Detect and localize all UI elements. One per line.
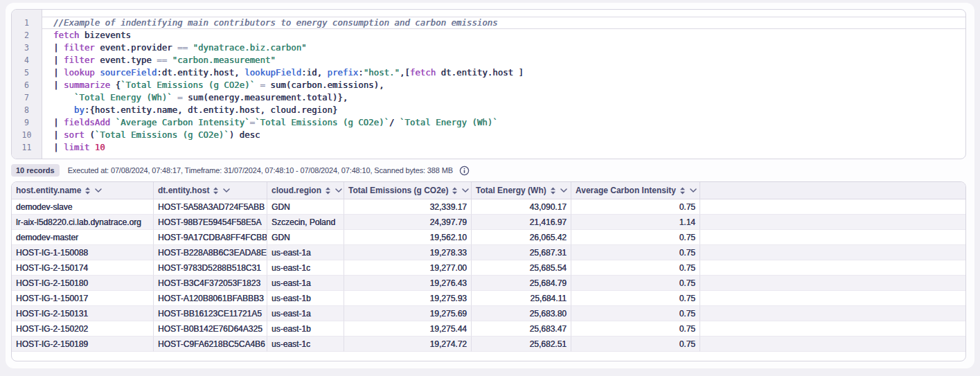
table-cell[interactable]: 25,683.80 <box>472 306 571 321</box>
table-cell[interactable]: 0.75 <box>571 230 700 245</box>
chevron-down-icon[interactable] <box>462 188 469 193</box>
table-cell[interactable]: us-east-1b <box>267 291 344 306</box>
table-cell[interactable]: 19,276.43 <box>344 276 472 291</box>
table-cell[interactable]: 19,275.44 <box>344 321 472 337</box>
table-cell[interactable]: lr-aix-l5d8220.ci.lab.dynatrace.org <box>12 215 154 230</box>
code-line[interactable]: | summarize {`Total Emissions (g CO2e)` … <box>42 79 965 91</box>
code-token-string: `Total Energy (Wh)` <box>74 92 172 102</box>
table-cell[interactable]: HOST-IG-2-150202 <box>12 321 154 337</box>
code-line[interactable]: | fieldsAdd `Average Carbon Intensity`=`… <box>42 116 965 129</box>
table-cell[interactable]: HOST-IG-1-150017 <box>12 291 154 306</box>
dql-query-editor[interactable]: 1234567891011 //Example of indentifying … <box>11 9 966 159</box>
table-cell[interactable]: 32,339.17 <box>344 199 472 215</box>
table-cell[interactable]: 25,684.11 <box>472 291 571 306</box>
table-cell[interactable]: 19,277.00 <box>344 260 472 276</box>
chevron-down-icon[interactable] <box>335 188 342 193</box>
code-line[interactable]: fetch bizevents <box>42 29 965 42</box>
table-cell[interactable]: HOST-BB16123CE11721A5 <box>154 306 267 321</box>
table-cell[interactable]: 25,683.47 <box>472 321 571 337</box>
table-cell[interactable]: us-east-1b <box>267 321 344 337</box>
sort-icon[interactable] <box>84 187 91 195</box>
table-cell[interactable]: HOST-IG-1-150088 <box>12 245 154 260</box>
table-cell[interactable]: GDN <box>267 199 344 215</box>
column-header-total-emissions-g-co2e[interactable]: Total Emissions (g CO2e) <box>344 182 472 199</box>
chevron-down-icon[interactable] <box>690 188 697 193</box>
table-cell[interactable]: us-east-1a <box>267 306 344 321</box>
info-icon[interactable] <box>459 165 470 176</box>
table-cell[interactable]: 24,397.79 <box>344 215 472 230</box>
code-token-keyword: summarize <box>64 80 110 90</box>
column-header-cloud-region[interactable]: cloud.region <box>267 182 344 199</box>
column-header-host-entity-name[interactable]: host.entity.name <box>12 182 154 199</box>
code-line[interactable]: | lookup sourceField:dt.entity.host, loo… <box>42 66 965 79</box>
table-cell[interactable]: GDN <box>267 230 344 245</box>
table-cell[interactable]: 0.75 <box>571 276 700 291</box>
chevron-down-icon[interactable] <box>95 188 102 193</box>
table-cell[interactable]: 19,275.69 <box>344 306 472 321</box>
column-header-total-energy-wh[interactable]: Total Energy (Wh) <box>472 182 571 199</box>
table-cell[interactable]: 19,278.33 <box>344 245 472 260</box>
code-line[interactable]: by:{host.entity.name, dt.entity.host, cl… <box>42 104 965 116</box>
sort-icon[interactable] <box>679 187 686 195</box>
table-cell[interactable]: 0.75 <box>571 291 700 306</box>
table-cell[interactable]: 19,274.72 <box>344 337 472 352</box>
table-cell[interactable]: HOST-IG-2-150174 <box>12 260 154 276</box>
table-cell[interactable]: us-east-1a <box>267 276 344 291</box>
code-token-keyword: fetch <box>410 67 436 78</box>
table-cell[interactable]: 25,682.51 <box>472 337 571 352</box>
editor-code-area[interactable]: //Example of indentifying main contribut… <box>42 10 965 159</box>
table-cell[interactable]: 0.75 <box>571 337 700 352</box>
sort-icon[interactable] <box>452 187 458 195</box>
table-cell-filler <box>700 306 965 321</box>
table-cell[interactable]: HOST-9A17CDBA8FF4FCBB <box>154 230 267 245</box>
code-line[interactable]: | filter event.type == "carbon.measureme… <box>42 54 965 66</box>
table-cell[interactable]: 0.75 <box>571 306 700 321</box>
table-cell[interactable]: 0.75 <box>571 260 700 276</box>
table-cell[interactable]: 0.75 <box>571 199 700 215</box>
table-cell[interactable]: HOST-9783D5288B518C31 <box>154 260 267 276</box>
table-cell[interactable]: 1.14 <box>571 215 700 230</box>
table-cell[interactable]: us-east-1a <box>267 245 344 260</box>
table-cell[interactable]: HOST-IG-2-150131 <box>12 306 154 321</box>
code-token-plain: :id, <box>301 67 327 78</box>
table-cell[interactable]: 0.75 <box>571 321 700 337</box>
code-line[interactable]: | filter event.provider == "dynatrace.bi… <box>42 42 965 54</box>
table-cell[interactable]: HOST-C9FA6218BC5CA4B6 <box>154 337 267 352</box>
table-cell[interactable]: HOST-B3C4F372053F1823 <box>154 276 267 291</box>
table-cell[interactable]: HOST-IG-2-150180 <box>12 276 154 291</box>
table-cell[interactable]: 19,275.93 <box>344 291 472 306</box>
sort-icon[interactable] <box>325 187 331 195</box>
table-cell[interactable]: HOST-5A58A3AD724F5ABB <box>154 199 267 215</box>
table-cell[interactable]: 25,684.79 <box>472 276 571 291</box>
query-status-bar: 10 records Executed at: 07/08/2024, 07:4… <box>11 163 966 178</box>
table-cell[interactable]: HOST-A120B8061BFABBB3 <box>154 291 267 306</box>
table-cell[interactable]: 21,416.97 <box>472 215 571 230</box>
chevron-down-icon[interactable] <box>560 188 567 193</box>
table-cell[interactable]: us-east-1c <box>267 260 344 276</box>
sort-icon[interactable] <box>550 187 556 195</box>
sort-icon[interactable] <box>213 187 219 195</box>
table-cell[interactable]: HOST-98B7E59454F58E5A <box>154 215 267 230</box>
table-cell[interactable]: HOST-B228A8B6C3EADA8E <box>154 245 267 260</box>
table-cell[interactable]: demodev-master <box>12 230 154 245</box>
table-cell[interactable]: 43,090.17 <box>472 199 571 215</box>
table-cell[interactable]: 0.75 <box>571 245 700 260</box>
table-cell[interactable]: us-east-1c <box>267 337 344 352</box>
table-cell[interactable]: HOST-IG-2-150189 <box>12 337 154 352</box>
code-line[interactable]: | limit 10 <box>42 141 965 154</box>
code-line-active[interactable]: //Example of indentifying main contribut… <box>42 17 965 29</box>
code-line[interactable]: | sort (`Total Emissions (g CO2e)`) desc <box>42 129 965 141</box>
code-line[interactable]: `Total Energy (Wh)` = sum(energy.measure… <box>42 91 965 104</box>
table-cell[interactable]: 25,685.54 <box>472 260 571 276</box>
column-header-dt-entity-host[interactable]: dt.entity.host <box>154 182 267 199</box>
chevron-down-icon[interactable] <box>223 188 230 193</box>
table-cell[interactable]: 26,065.42 <box>472 230 571 245</box>
table-cell[interactable]: 25,687.31 <box>472 245 571 260</box>
table-cell[interactable]: Szczecin, Poland <box>267 215 344 230</box>
table-cell[interactable]: 19,562.10 <box>344 230 472 245</box>
table-cell[interactable]: demodev-slave <box>12 199 154 215</box>
column-header-label: Average Carbon Intensity <box>576 186 676 195</box>
column-header-average-carbon-intensity[interactable]: Average Carbon Intensity <box>571 182 700 199</box>
code-token-comment: //Example of indentifying main contribut… <box>53 17 498 28</box>
table-cell[interactable]: HOST-B0B142E76D64A325 <box>154 321 267 337</box>
